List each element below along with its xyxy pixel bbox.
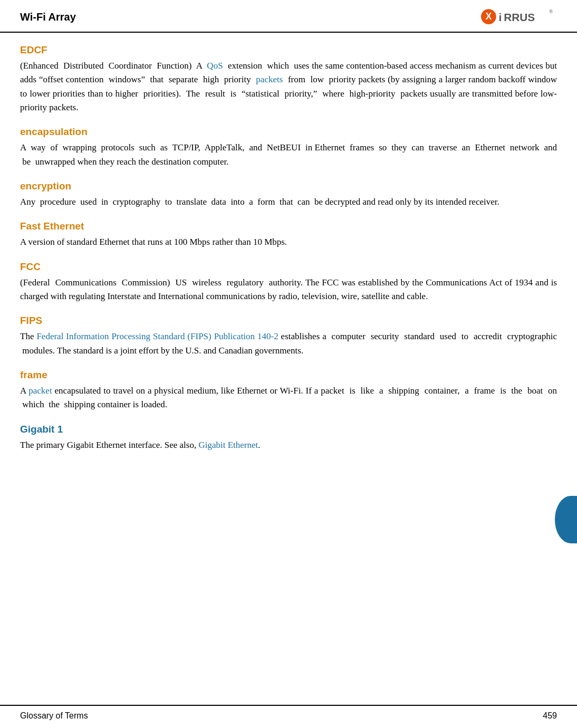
section-body-fcc: (Federal Communications Commission) US w…	[20, 276, 557, 304]
footer-page-number: 459	[543, 711, 557, 721]
logo-container: X i RRUS ®	[481, 7, 557, 26]
section-title-fcc: FCC	[20, 261, 557, 273]
link-fips-publication[interactable]: Federal Information Processing Standard …	[36, 331, 278, 341]
link-packets-edcf[interactable]: packets	[256, 74, 283, 84]
section-body-encapsulation: A way of wrapping protocols such as TCP/…	[20, 141, 557, 169]
section-body-encryption: Any procedure used in cryptography to tr…	[20, 195, 557, 209]
section-fcc: FCC (Federal Communications Commission) …	[20, 261, 557, 304]
section-fips: FIPS The Federal Information Processing …	[20, 315, 557, 358]
section-body-frame: A packet encapsulated to travel on a phy…	[20, 384, 557, 412]
content-area: EDCF (Enhanced Distributed Coordinator F…	[0, 33, 577, 495]
section-body-fast-ethernet: A version of standard Ethernet that runs…	[20, 235, 557, 249]
section-encapsulation: encapsulation A way of wrapping protocol…	[20, 126, 557, 169]
svg-text:RRUS: RRUS	[504, 11, 535, 23]
section-title-gigabit1: Gigabit 1	[20, 424, 557, 435]
svg-text:®: ®	[550, 9, 553, 14]
header: Wi-Fi Array X i RRUS ®	[0, 0, 577, 33]
link-qos[interactable]: QoS	[207, 61, 223, 71]
section-gigabit1: Gigabit 1 The primary Gigabit Ethernet i…	[20, 424, 557, 452]
section-title-fast-ethernet: Fast Ethernet	[20, 221, 557, 232]
section-fast-ethernet: Fast Ethernet A version of standard Ethe…	[20, 221, 557, 249]
section-title-frame: frame	[20, 369, 557, 381]
page-container: Wi-Fi Array X i RRUS ® EDCF (Enhanced Di…	[0, 0, 577, 728]
section-title-fips: FIPS	[20, 315, 557, 327]
xirrus-logo-icon: X i RRUS ®	[481, 7, 557, 26]
section-title-encryption: encryption	[20, 180, 557, 192]
section-encryption: encryption Any procedure used in cryptog…	[20, 180, 557, 209]
section-body-edcf: (Enhanced Distributed Coordinator Functi…	[20, 59, 557, 114]
footer: Glossary of Terms 459	[0, 705, 577, 728]
section-edcf: EDCF (Enhanced Distributed Coordinator F…	[20, 44, 557, 114]
side-decoration	[555, 496, 577, 543]
page-title: Wi-Fi Array	[20, 11, 76, 23]
footer-label: Glossary of Terms	[20, 711, 88, 721]
section-title-encapsulation: encapsulation	[20, 126, 557, 138]
section-frame: frame A packet encapsulated to travel on…	[20, 369, 557, 412]
svg-text:X: X	[486, 11, 492, 22]
svg-text:i: i	[499, 11, 502, 23]
section-title-edcf: EDCF	[20, 44, 557, 56]
link-packet-frame[interactable]: packet	[28, 386, 52, 396]
section-body-fips: The Federal Information Processing Stand…	[20, 330, 557, 358]
link-gigabit-ethernet[interactable]: Gigabit Ethernet	[198, 440, 258, 450]
section-body-gigabit1: The primary Gigabit Ethernet interface. …	[20, 438, 557, 452]
